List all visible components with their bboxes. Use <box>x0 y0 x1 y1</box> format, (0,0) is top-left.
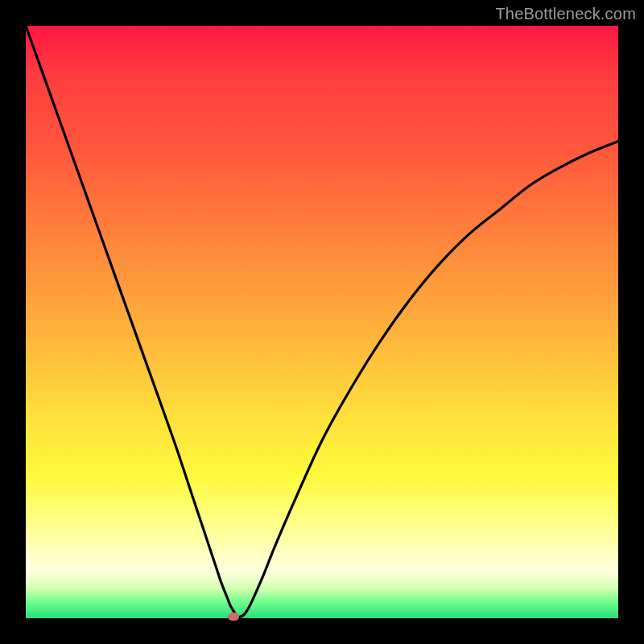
optimal-point-marker <box>228 613 239 621</box>
watermark-text: TheBottleneck.com <box>495 5 636 23</box>
plot-area <box>26 26 618 618</box>
chart-frame: TheBottleneck.com <box>0 0 644 644</box>
bottleneck-curve <box>26 26 618 618</box>
